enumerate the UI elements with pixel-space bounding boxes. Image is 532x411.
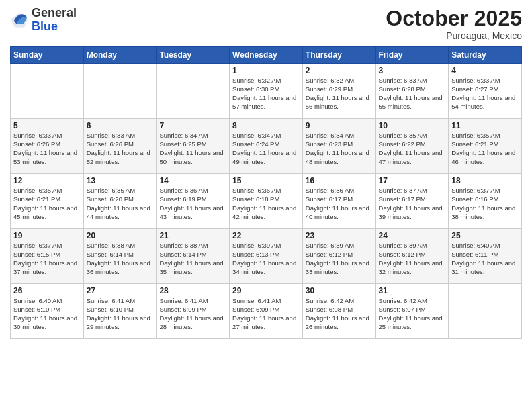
calendar-header-friday: Friday bbox=[375, 47, 449, 64]
calendar-header-row: SundayMondayTuesdayWednesdayThursdayFrid… bbox=[11, 47, 522, 64]
day-info: Sunrise: 6:34 AM Sunset: 6:24 PM Dayligh… bbox=[232, 132, 300, 166]
day-info: Sunrise: 6:36 AM Sunset: 6:19 PM Dayligh… bbox=[159, 187, 226, 221]
day-number: 7 bbox=[159, 121, 226, 130]
location: Puroagua, Mexico bbox=[386, 30, 522, 41]
calendar-cell-1-6: 11Sunrise: 6:35 AM Sunset: 6:21 PM Dayli… bbox=[449, 119, 522, 174]
day-number: 28 bbox=[159, 286, 226, 295]
day-number: 25 bbox=[451, 231, 519, 240]
calendar-cell-0-5: 3Sunrise: 6:33 AM Sunset: 6:28 PM Daylig… bbox=[375, 64, 449, 119]
calendar-cell-3-6: 25Sunrise: 6:40 AM Sunset: 6:11 PM Dayli… bbox=[449, 229, 522, 284]
day-number: 23 bbox=[306, 231, 373, 240]
day-info: Sunrise: 6:39 AM Sunset: 6:13 PM Dayligh… bbox=[232, 242, 300, 276]
day-number: 21 bbox=[159, 231, 226, 240]
calendar-cell-1-1: 6Sunrise: 6:33 AM Sunset: 6:26 PM Daylig… bbox=[83, 119, 157, 174]
day-info: Sunrise: 6:37 AM Sunset: 6:16 PM Dayligh… bbox=[451, 187, 519, 221]
day-info: Sunrise: 6:41 AM Sunset: 6:10 PM Dayligh… bbox=[87, 297, 154, 331]
day-number: 8 bbox=[232, 121, 300, 130]
calendar-week-4: 26Sunrise: 6:40 AM Sunset: 6:10 PM Dayli… bbox=[11, 284, 522, 339]
calendar-table: SundayMondayTuesdayWednesdayThursdayFrid… bbox=[10, 46, 522, 339]
calendar-cell-0-0 bbox=[11, 64, 84, 119]
calendar-cell-4-3: 29Sunrise: 6:41 AM Sunset: 6:09 PM Dayli… bbox=[230, 284, 303, 339]
day-info: Sunrise: 6:39 AM Sunset: 6:12 PM Dayligh… bbox=[379, 242, 446, 276]
day-info: Sunrise: 6:33 AM Sunset: 6:28 PM Dayligh… bbox=[379, 77, 446, 111]
logo: General Blue bbox=[10, 7, 77, 34]
calendar-cell-4-1: 27Sunrise: 6:41 AM Sunset: 6:10 PM Dayli… bbox=[83, 284, 157, 339]
day-info: Sunrise: 6:32 AM Sunset: 6:30 PM Dayligh… bbox=[232, 77, 300, 111]
day-info: Sunrise: 6:39 AM Sunset: 6:12 PM Dayligh… bbox=[306, 242, 373, 276]
day-number: 20 bbox=[87, 231, 154, 240]
day-number: 19 bbox=[13, 231, 81, 240]
day-number: 15 bbox=[232, 176, 300, 185]
day-number: 10 bbox=[379, 121, 446, 130]
day-info: Sunrise: 6:33 AM Sunset: 6:26 PM Dayligh… bbox=[87, 132, 154, 166]
calendar-cell-3-5: 24Sunrise: 6:39 AM Sunset: 6:12 PM Dayli… bbox=[375, 229, 449, 284]
calendar-cell-4-2: 28Sunrise: 6:41 AM Sunset: 6:09 PM Dayli… bbox=[157, 284, 230, 339]
day-number: 24 bbox=[379, 231, 446, 240]
calendar-week-0: 1Sunrise: 6:32 AM Sunset: 6:30 PM Daylig… bbox=[11, 64, 522, 119]
title-block: October 2025 Puroagua, Mexico bbox=[386, 7, 522, 41]
calendar-cell-2-1: 13Sunrise: 6:35 AM Sunset: 6:20 PM Dayli… bbox=[83, 174, 157, 229]
calendar-header-thursday: Thursday bbox=[302, 47, 375, 64]
day-number: 18 bbox=[451, 176, 519, 185]
calendar-cell-1-2: 7Sunrise: 6:34 AM Sunset: 6:25 PM Daylig… bbox=[157, 119, 230, 174]
calendar-cell-4-0: 26Sunrise: 6:40 AM Sunset: 6:10 PM Dayli… bbox=[11, 284, 84, 339]
day-number: 27 bbox=[87, 286, 154, 295]
day-number: 5 bbox=[13, 121, 81, 130]
day-info: Sunrise: 6:36 AM Sunset: 6:17 PM Dayligh… bbox=[306, 187, 373, 221]
day-info: Sunrise: 6:41 AM Sunset: 6:09 PM Dayligh… bbox=[232, 297, 300, 331]
calendar-cell-3-4: 23Sunrise: 6:39 AM Sunset: 6:12 PM Dayli… bbox=[302, 229, 375, 284]
day-info: Sunrise: 6:38 AM Sunset: 6:14 PM Dayligh… bbox=[159, 242, 226, 276]
day-info: Sunrise: 6:34 AM Sunset: 6:23 PM Dayligh… bbox=[306, 132, 373, 166]
calendar-cell-2-5: 17Sunrise: 6:37 AM Sunset: 6:17 PM Dayli… bbox=[375, 174, 449, 229]
day-number: 22 bbox=[232, 231, 300, 240]
calendar-cell-1-0: 5Sunrise: 6:33 AM Sunset: 6:26 PM Daylig… bbox=[11, 119, 84, 174]
day-info: Sunrise: 6:33 AM Sunset: 6:26 PM Dayligh… bbox=[13, 132, 81, 166]
day-number: 17 bbox=[379, 176, 446, 185]
calendar-cell-3-1: 20Sunrise: 6:38 AM Sunset: 6:14 PM Dayli… bbox=[83, 229, 157, 284]
day-info: Sunrise: 6:36 AM Sunset: 6:18 PM Dayligh… bbox=[232, 187, 300, 221]
calendar-cell-2-6: 18Sunrise: 6:37 AM Sunset: 6:16 PM Dayli… bbox=[449, 174, 522, 229]
calendar-header-tuesday: Tuesday bbox=[157, 47, 230, 64]
calendar-cell-0-6: 4Sunrise: 6:33 AM Sunset: 6:27 PM Daylig… bbox=[449, 64, 522, 119]
day-number: 13 bbox=[87, 176, 154, 185]
day-info: Sunrise: 6:40 AM Sunset: 6:11 PM Dayligh… bbox=[451, 242, 519, 276]
calendar-week-1: 5Sunrise: 6:33 AM Sunset: 6:26 PM Daylig… bbox=[11, 119, 522, 174]
calendar-cell-2-3: 15Sunrise: 6:36 AM Sunset: 6:18 PM Dayli… bbox=[230, 174, 303, 229]
calendar-cell-3-3: 22Sunrise: 6:39 AM Sunset: 6:13 PM Dayli… bbox=[230, 229, 303, 284]
calendar-header-monday: Monday bbox=[83, 47, 157, 64]
day-info: Sunrise: 6:37 AM Sunset: 6:15 PM Dayligh… bbox=[13, 242, 81, 276]
calendar-header-wednesday: Wednesday bbox=[230, 47, 303, 64]
day-info: Sunrise: 6:42 AM Sunset: 6:08 PM Dayligh… bbox=[306, 297, 373, 331]
calendar-cell-2-4: 16Sunrise: 6:36 AM Sunset: 6:17 PM Dayli… bbox=[302, 174, 375, 229]
logo-icon bbox=[10, 11, 29, 30]
calendar-cell-4-6 bbox=[449, 284, 522, 339]
calendar-cell-0-2 bbox=[157, 64, 230, 119]
day-number: 14 bbox=[159, 176, 226, 185]
day-info: Sunrise: 6:33 AM Sunset: 6:27 PM Dayligh… bbox=[451, 77, 519, 111]
calendar-header-saturday: Saturday bbox=[449, 47, 522, 64]
day-info: Sunrise: 6:37 AM Sunset: 6:17 PM Dayligh… bbox=[379, 187, 446, 221]
day-info: Sunrise: 6:42 AM Sunset: 6:07 PM Dayligh… bbox=[379, 297, 446, 331]
calendar-week-2: 12Sunrise: 6:35 AM Sunset: 6:21 PM Dayli… bbox=[11, 174, 522, 229]
day-number: 29 bbox=[232, 286, 300, 295]
calendar-header-sunday: Sunday bbox=[11, 47, 84, 64]
day-info: Sunrise: 6:35 AM Sunset: 6:22 PM Dayligh… bbox=[379, 132, 446, 166]
day-number: 1 bbox=[232, 66, 300, 75]
calendar-cell-2-2: 14Sunrise: 6:36 AM Sunset: 6:19 PM Dayli… bbox=[157, 174, 230, 229]
day-number: 4 bbox=[451, 66, 519, 75]
header: General Blue October 2025 Puroagua, Mexi… bbox=[10, 7, 522, 41]
day-number: 26 bbox=[13, 286, 81, 295]
logo-text: General Blue bbox=[32, 7, 77, 34]
day-info: Sunrise: 6:32 AM Sunset: 6:29 PM Dayligh… bbox=[306, 77, 373, 111]
day-info: Sunrise: 6:35 AM Sunset: 6:21 PM Dayligh… bbox=[451, 132, 519, 166]
day-number: 31 bbox=[379, 286, 446, 295]
day-number: 2 bbox=[306, 66, 373, 75]
calendar-cell-1-5: 10Sunrise: 6:35 AM Sunset: 6:22 PM Dayli… bbox=[375, 119, 449, 174]
calendar-cell-1-4: 9Sunrise: 6:34 AM Sunset: 6:23 PM Daylig… bbox=[302, 119, 375, 174]
calendar-cell-0-4: 2Sunrise: 6:32 AM Sunset: 6:29 PM Daylig… bbox=[302, 64, 375, 119]
day-info: Sunrise: 6:35 AM Sunset: 6:21 PM Dayligh… bbox=[13, 187, 81, 221]
day-number: 11 bbox=[451, 121, 519, 130]
day-info: Sunrise: 6:35 AM Sunset: 6:20 PM Dayligh… bbox=[87, 187, 154, 221]
calendar-cell-3-2: 21Sunrise: 6:38 AM Sunset: 6:14 PM Dayli… bbox=[157, 229, 230, 284]
calendar-cell-2-0: 12Sunrise: 6:35 AM Sunset: 6:21 PM Dayli… bbox=[11, 174, 84, 229]
